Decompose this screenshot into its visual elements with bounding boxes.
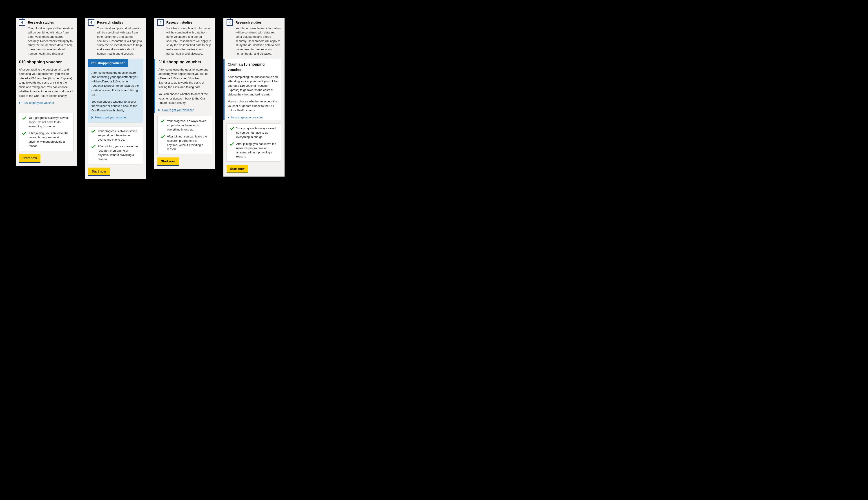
- step-title: Research studies: [28, 20, 74, 25]
- check-icon: [22, 132, 26, 135]
- step-title: Research studies: [235, 20, 281, 25]
- info-text: Your progress is always saved, so you do…: [98, 129, 140, 142]
- info-item: After joining, you can leave the researc…: [91, 145, 140, 161]
- info-text: After joining, you can leave the researc…: [236, 142, 278, 159]
- info-text: After joining, you can leave the researc…: [29, 131, 70, 148]
- timeline-connector: [230, 18, 231, 19]
- start-now-button[interactable]: Start now: [157, 158, 179, 165]
- info-text: After joining, you can leave the researc…: [98, 145, 140, 161]
- voucher-paragraph: After completing the questionnaire and a…: [19, 67, 74, 98]
- voucher-heading: Claim a £10 shopping voucher: [228, 62, 278, 72]
- step-text: Research studies Your blood sample and i…: [97, 18, 143, 56]
- check-icon: [230, 127, 234, 130]
- step-number-badge: 4: [157, 19, 164, 26]
- step-text: Research studies Your blood sample and i…: [235, 18, 281, 56]
- info-item: After joining, you can leave the researc…: [161, 135, 209, 151]
- voucher-link[interactable]: How to get your voucher: [162, 108, 194, 112]
- start-now-button[interactable]: Start now: [226, 165, 248, 172]
- voucher-link[interactable]: How to get your voucher: [95, 115, 127, 120]
- voucher-link[interactable]: How to get your voucher: [231, 115, 263, 120]
- voucher-link-row: How to get your voucher: [228, 115, 278, 120]
- voucher-link-row: How to get your voucher: [158, 108, 209, 112]
- step-body: Your blood sample and information will b…: [235, 26, 281, 56]
- voucher-paragraph-1: After completing the questionnaire and a…: [228, 75, 278, 97]
- check-icon: [22, 116, 26, 120]
- step-row: 4 Research studies Your blood sample and…: [85, 18, 146, 56]
- check-icon: [161, 135, 165, 138]
- check-icon: [230, 143, 234, 146]
- step-title: Research studies: [97, 20, 143, 25]
- timeline-connector: [22, 18, 23, 19]
- info-text: After joining, you can leave the researc…: [167, 135, 209, 151]
- step-row: 4 Research studies Your blood sample and…: [154, 18, 215, 56]
- info-box: Your progress is always saved, so you do…: [88, 126, 143, 164]
- info-box: Your progress is always saved, so you do…: [226, 124, 281, 162]
- voucher-link[interactable]: How to get your voucher: [22, 101, 54, 105]
- info-box: Your progress is always saved, so you do…: [157, 116, 212, 154]
- info-item: Your progress is always saved, so you do…: [230, 126, 278, 139]
- voucher-heading: £10 shopping voucher: [158, 59, 209, 65]
- voucher-body: After completing the questionnaire and a…: [88, 67, 143, 123]
- check-icon: [91, 145, 96, 148]
- voucher-section-highlight: £10 shopping voucher After completing th…: [88, 59, 143, 123]
- info-box: Your progress is always saved, so you do…: [19, 113, 74, 151]
- timeline-connector: [161, 18, 162, 19]
- variant-card-a: 4 Research studies Your blood sample and…: [16, 18, 77, 166]
- play-icon: [158, 109, 160, 111]
- step-number-badge: 4: [88, 19, 94, 26]
- variant-card-c: 4 Research studies Your blood sample and…: [154, 18, 215, 169]
- step-title: Research studies: [166, 20, 212, 25]
- voucher-link-row: How to get your voucher: [91, 115, 140, 120]
- info-item: After joining, you can leave the researc…: [230, 142, 278, 159]
- voucher-section-plain: £10 shopping voucher After completing th…: [16, 56, 77, 108]
- voucher-paragraph-1: After completing the questionnaire and a…: [91, 70, 140, 97]
- variant-card-d: 4 Research studies Your blood sample and…: [223, 18, 285, 177]
- step-row: 4 Research studies Your blood sample and…: [223, 18, 285, 56]
- divider: [19, 110, 74, 110]
- voucher-heading-banner: £10 shopping voucher: [88, 59, 128, 67]
- timeline-connector: [92, 18, 92, 19]
- play-icon: [91, 116, 93, 118]
- step-number-badge: 4: [19, 19, 25, 26]
- voucher-paragraph-2: You can choose whether to accept the vou…: [158, 92, 209, 105]
- step-body: Your blood sample and information will b…: [97, 26, 143, 56]
- step-row: 4 Research studies Your blood sample and…: [16, 18, 77, 56]
- voucher-paragraph-1: After completing the questionnaire and a…: [158, 67, 209, 89]
- play-icon: [19, 102, 21, 104]
- info-item: Your progress is always saved, so you do…: [161, 119, 209, 132]
- play-icon: [228, 116, 230, 118]
- info-item: Your progress is always saved, so you do…: [22, 116, 70, 129]
- step-text: Research studies Your blood sample and i…: [28, 18, 74, 56]
- step-number-badge: 4: [226, 19, 233, 26]
- voucher-paragraph-2: You can choose whether to accept the vou…: [228, 99, 278, 113]
- info-text: Your progress is always saved, so you do…: [29, 116, 70, 129]
- info-item: Your progress is always saved, so you do…: [91, 129, 140, 142]
- variant-card-b: 4 Research studies Your blood sample and…: [85, 18, 146, 179]
- step-body: Your blood sample and information will b…: [28, 26, 74, 56]
- voucher-heading: £10 shopping voucher: [19, 59, 74, 65]
- voucher-paragraph-2: You can choose whether to accept the vou…: [91, 100, 140, 113]
- check-icon: [161, 120, 165, 123]
- info-item: After joining, you can leave the researc…: [22, 131, 70, 148]
- info-text: Your progress is always saved, so you do…: [236, 126, 278, 139]
- start-now-button[interactable]: Start now: [19, 154, 41, 162]
- check-icon: [91, 129, 96, 133]
- start-now-button[interactable]: Start now: [88, 168, 110, 175]
- voucher-section-leftbar-white: Claim a £10 shopping voucher After compl…: [223, 59, 281, 121]
- info-text: Your progress is always saved, so you do…: [167, 119, 209, 132]
- voucher-link-row: How to get your voucher: [19, 101, 74, 105]
- step-text: Research studies Your blood sample and i…: [166, 18, 212, 56]
- step-body: Your blood sample and information will b…: [166, 26, 212, 56]
- voucher-section-leftbar: £10 shopping voucher After completing th…: [154, 59, 212, 113]
